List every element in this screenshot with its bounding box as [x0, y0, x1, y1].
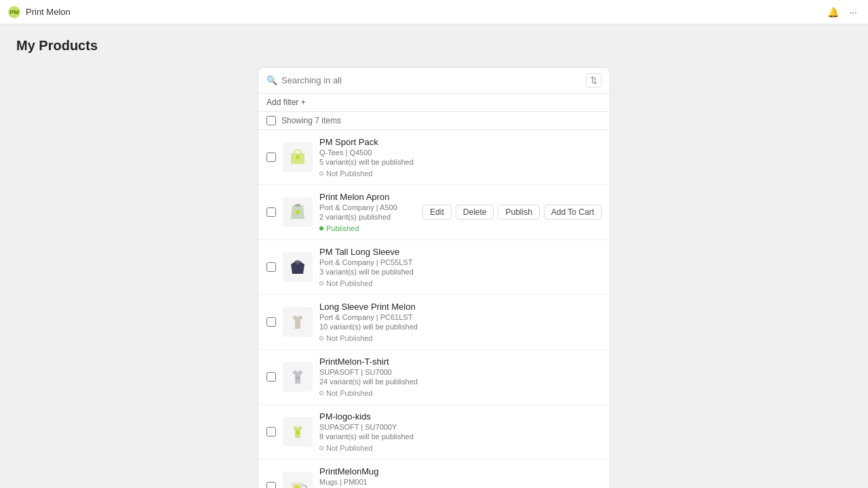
status-text-4: Not Published — [326, 334, 373, 342]
action-edit-button-2[interactable]: Edit — [422, 205, 452, 220]
product-row: PM-logo-kids SUPASOFT | SU7000Y 8 varian… — [258, 405, 610, 460]
product-status-2: Published — [319, 224, 359, 232]
product-thumbnail-2 — [283, 197, 313, 227]
product-checkbox-3[interactable] — [267, 262, 276, 272]
product-variants-5: 24 variant(s) will be published — [319, 378, 601, 386]
product-name-5: PrintMelon-T-shirt — [319, 357, 601, 367]
product-checkbox-4[interactable] — [267, 317, 276, 327]
main-content: My Products 🔍 ⇅ Add filter + Showing 7 i… — [0, 24, 868, 488]
search-bar: 🔍 ⇅ — [258, 68, 610, 94]
status-text-2: Published — [326, 224, 359, 232]
status-dot-1 — [319, 171, 323, 176]
top-bar-left: PM Print Melon — [8, 6, 71, 18]
product-info-1: PM Sport Pack Q-Tees | Q4500 5 variant(s… — [319, 137, 601, 178]
svg-point-6 — [296, 430, 300, 434]
product-status-5: Not Published — [319, 389, 373, 397]
product-variants-3: 3 variant(s) will be published — [319, 268, 601, 276]
product-name-7: PrintMelonMug — [319, 466, 601, 476]
product-thumbnail-7 — [283, 472, 313, 488]
product-status-4: Not Published — [319, 334, 373, 342]
status-text-5: Not Published — [326, 389, 373, 397]
product-checkbox-1[interactable] — [267, 152, 276, 162]
product-name-1: PM Sport Pack — [319, 137, 601, 147]
product-info-7: PrintMelonMug Mugs | PM001 4 variant(s) … — [319, 466, 601, 488]
more-options-icon[interactable]: ··· — [846, 5, 860, 19]
product-status-3: Not Published — [319, 279, 373, 287]
product-name-3: PM Tall Long Sleeve — [319, 247, 601, 257]
search-input[interactable] — [281, 75, 582, 85]
status-text-3: Not Published — [326, 279, 373, 287]
top-bar-right: 🔔 ··· — [826, 5, 860, 19]
product-thumbnail-3 — [283, 252, 313, 282]
notification-icon[interactable]: 🔔 — [826, 5, 840, 19]
status-dot-6 — [319, 446, 323, 450]
svg-point-1 — [296, 155, 300, 159]
product-checkbox-5[interactable] — [267, 372, 276, 382]
product-name-6: PM-logo-kids — [319, 411, 601, 422]
product-info-4: Long Sleeve Print Melon Port & Company |… — [319, 302, 601, 342]
page-title: My Products — [16, 38, 852, 54]
product-checkbox-6[interactable] — [267, 427, 276, 436]
product-row: Print Melon Apron Port & Company | A500 … — [258, 185, 610, 240]
product-name-4: Long Sleeve Print Melon — [319, 302, 601, 312]
product-row: PrintMelon-T-shirt SUPASOFT | SU7000 24 … — [258, 350, 610, 405]
svg-rect-4 — [296, 262, 300, 265]
add-filter-button[interactable]: Add filter + — [267, 98, 306, 107]
product-variants-6: 8 variant(s) will be published — [319, 432, 601, 441]
product-meta-5: SUPASOFT | SU7000 — [319, 368, 601, 376]
products-list: PM Sport Pack Q-Tees | Q4500 5 variant(s… — [258, 130, 610, 488]
product-meta-3: Port & Company | PC55LST — [319, 258, 601, 266]
product-thumbnail-4 — [283, 307, 313, 337]
product-list-container: 🔍 ⇅ Add filter + Showing 7 items PM Spor… — [258, 67, 610, 488]
product-checkbox-2[interactable] — [267, 207, 276, 217]
showing-row: Showing 7 items — [258, 112, 610, 130]
search-icon: 🔍 — [267, 75, 277, 85]
product-info-6: PM-logo-kids SUPASOFT | SU7000Y 8 varian… — [319, 411, 601, 452]
product-row: PM Tall Long Sleeve Port & Company | PC5… — [258, 240, 610, 295]
action-publish-button-2[interactable]: Publish — [498, 205, 539, 220]
product-meta-7: Mugs | PM001 — [319, 478, 601, 486]
sort-icon[interactable]: ⇅ — [586, 73, 601, 87]
showing-label: Showing 7 items — [281, 116, 341, 125]
product-meta-1: Q-Tees | Q4500 — [319, 148, 601, 157]
product-meta-4: Port & Company | PC61LST — [319, 313, 601, 321]
product-row: PM Sport Pack Q-Tees | Q4500 5 variant(s… — [258, 130, 610, 185]
svg-point-5 — [296, 376, 300, 380]
product-thumbnail-5 — [283, 362, 313, 392]
product-row: PrintMelonMug Mugs | PM001 4 variant(s) … — [258, 460, 610, 488]
select-all-checkbox[interactable] — [267, 116, 276, 125]
top-bar: PM Print Melon 🔔 ··· — [0, 0, 868, 24]
filter-row: Add filter + — [258, 94, 610, 112]
product-meta-6: SUPASOFT | SU7000Y — [319, 423, 601, 431]
product-variants-4: 10 variant(s) will be published — [319, 323, 601, 331]
status-dot-2 — [319, 226, 323, 230]
action-add-to-cart-button-2[interactable]: Add To Cart — [544, 205, 601, 220]
status-dot-5 — [319, 391, 323, 395]
app-logo: PM — [8, 6, 20, 18]
svg-rect-2 — [295, 204, 300, 207]
product-name-2: Print Melon Apron — [319, 192, 601, 202]
product-checkbox-7[interactable] — [267, 482, 276, 488]
status-dot-3 — [319, 281, 323, 285]
status-text-6: Not Published — [326, 444, 373, 452]
row-actions-2: EditDeletePublishAdd To Cart — [422, 205, 601, 220]
product-variants-1: 5 variant(s) will be published — [319, 158, 601, 166]
product-status-1: Not Published — [319, 169, 373, 178]
product-thumbnail-6 — [283, 417, 313, 447]
svg-point-3 — [296, 210, 300, 214]
product-info-5: PrintMelon-T-shirt SUPASOFT | SU7000 24 … — [319, 357, 601, 397]
product-row: Long Sleeve Print Melon Port & Company |… — [258, 295, 610, 350]
product-status-6: Not Published — [319, 444, 373, 452]
status-text-1: Not Published — [326, 169, 373, 178]
app-name: Print Melon — [26, 7, 71, 17]
product-thumbnail-1 — [283, 142, 313, 172]
action-delete-button-2[interactable]: Delete — [456, 205, 494, 220]
status-dot-4 — [319, 336, 323, 340]
product-info-3: PM Tall Long Sleeve Port & Company | PC5… — [319, 247, 601, 287]
